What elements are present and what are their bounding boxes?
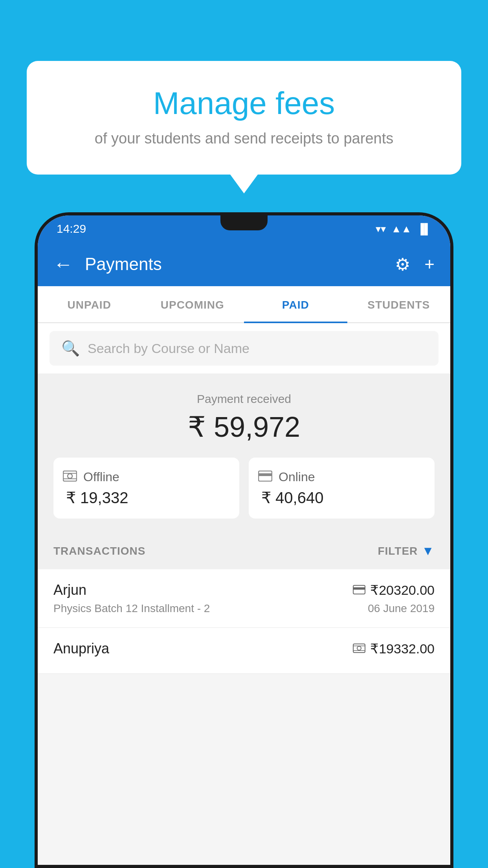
offline-card: Offline ₹ 19,332 [53, 458, 239, 519]
add-icon[interactable]: + [424, 254, 435, 274]
transaction-item[interactable]: Arjun ₹20320.00 Physics Batch 12 Install… [38, 569, 450, 628]
tab-unpaid[interactable]: UNPAID [38, 286, 141, 322]
offline-card-header: Offline [63, 469, 119, 485]
search-input[interactable]: Search by Course or Name [88, 341, 250, 356]
search-icon: 🔍 [61, 340, 80, 357]
online-amount: ₹ 40,640 [258, 489, 323, 507]
search-box[interactable]: 🔍 Search by Course or Name [50, 331, 438, 366]
summary-amount: ₹ 59,972 [53, 410, 435, 443]
online-card-header: Online [258, 469, 315, 485]
filter-icon: ▼ [422, 544, 435, 558]
signal-icon: ▲▲ [391, 223, 411, 235]
transaction-row-bottom: Physics Batch 12 Installment - 2 06 June… [53, 602, 435, 615]
tab-paid[interactable]: PAID [244, 286, 347, 322]
payment-card-icon [353, 583, 365, 598]
status-icons: ▾▾ ▲▲ ▐▌ [376, 223, 431, 235]
online-label: Online [279, 470, 315, 484]
speech-bubble-container: Manage fees of your students and send re… [27, 61, 461, 175]
battery-icon: ▐▌ [417, 223, 431, 235]
svg-rect-5 [259, 473, 272, 476]
app-bar-actions: ⚙ + [395, 254, 435, 274]
transaction-name: Anupriya [53, 640, 109, 657]
filter-button[interactable]: FILTER ▼ [378, 544, 435, 558]
payment-cash-icon [353, 642, 365, 656]
transactions-header: TRANSACTIONS FILTER ▼ [38, 533, 450, 569]
settings-icon[interactable]: ⚙ [395, 254, 410, 274]
phone-frame: 14:29 ▾▾ ▲▲ ▐▌ ← Payments ⚙ + UNPAID UPC… [35, 212, 453, 868]
transaction-row-top: Anupriya ₹19332.00 [53, 640, 435, 657]
tab-students[interactable]: STUDENTS [347, 286, 451, 322]
phone-inner: 14:29 ▾▾ ▲▲ ▐▌ ← Payments ⚙ + UNPAID UPC… [38, 215, 450, 865]
app-bar-title: Payments [85, 254, 383, 274]
offline-label: Offline [83, 470, 119, 484]
offline-amount: ₹ 19,332 [63, 489, 128, 507]
svg-rect-8 [353, 644, 365, 653]
status-bar: 14:29 ▾▾ ▲▲ ▐▌ [38, 215, 450, 242]
tabs-bar: UNPAID UPCOMING PAID STUDENTS [38, 286, 450, 323]
transaction-amount-container: ₹20320.00 [353, 582, 435, 598]
online-icon [258, 469, 272, 485]
summary-section: Payment received ₹ 59,972 [38, 373, 450, 533]
svg-point-1 [68, 474, 72, 478]
transaction-row-top: Arjun ₹20320.00 [53, 582, 435, 598]
notch [220, 215, 268, 230]
transaction-course: Physics Batch 12 Installment - 2 [53, 602, 210, 615]
transaction-amount: ₹19332.00 [370, 641, 435, 657]
summary-cards: Offline ₹ 19,332 Online [53, 458, 435, 519]
bubble-subtitle: of your students and send receipts to pa… [58, 130, 430, 147]
back-button[interactable]: ← [53, 253, 73, 276]
svg-rect-7 [353, 587, 365, 590]
bubble-title: Manage fees [58, 85, 430, 122]
offline-icon [63, 469, 77, 485]
transaction-item[interactable]: Anupriya ₹19332.00 [38, 628, 450, 674]
svg-rect-0 [63, 471, 77, 481]
transaction-amount-container: ₹19332.00 [353, 641, 435, 657]
transaction-name: Arjun [53, 582, 86, 598]
speech-bubble: Manage fees of your students and send re… [27, 61, 461, 175]
online-card: Online ₹ 40,640 [249, 458, 435, 519]
filter-label: FILTER [378, 545, 418, 557]
status-time: 14:29 [57, 222, 86, 235]
transaction-amount: ₹20320.00 [370, 582, 435, 598]
tab-upcoming[interactable]: UPCOMING [141, 286, 244, 322]
transaction-date: 06 June 2019 [368, 602, 435, 615]
summary-label: Payment received [53, 392, 435, 406]
transaction-list: Arjun ₹20320.00 Physics Batch 12 Install… [38, 569, 450, 674]
transactions-label: TRANSACTIONS [53, 545, 145, 557]
search-container: 🔍 Search by Course or Name [38, 323, 450, 373]
wifi-icon: ▾▾ [376, 223, 386, 235]
svg-point-9 [357, 646, 361, 650]
app-bar: ← Payments ⚙ + [38, 242, 450, 286]
